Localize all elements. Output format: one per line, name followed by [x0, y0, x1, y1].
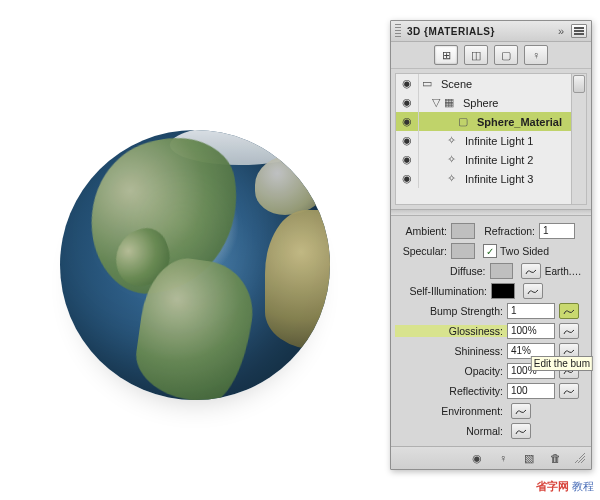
diffuse-label: Diffuse: [395, 265, 490, 277]
panel-grip-icon[interactable] [395, 24, 401, 38]
glossiness-input[interactable]: 100% [507, 323, 555, 339]
scene-tree-row-sphere-material[interactable]: ◉ ▢ Sphere_Material [396, 112, 586, 131]
glossiness-label: Glossiness: [395, 325, 507, 337]
panel-header[interactable]: 3D {MATERIALS} » [391, 21, 591, 42]
material-filter-icon: ▢ [501, 49, 511, 62]
prop-row-specular: Specular: ✓ Two Sided [395, 242, 587, 260]
scene-icon: ▭ [419, 77, 435, 90]
visibility-toggle-icon[interactable]: ◉ [396, 74, 419, 93]
panel-resize-grip-icon[interactable] [575, 453, 585, 463]
scene-tree[interactable]: ◉ ▭ Scene ◉ ▽ ▦ Sphere ◉ ▢ Sphere_Materi… [395, 73, 587, 205]
render-settings-button[interactable]: ◉ [467, 450, 487, 466]
diffuse-texture-button[interactable] [521, 263, 541, 279]
scene-tree-scene-label: Scene [437, 78, 472, 90]
panel-title: 3D {MATERIALS} [407, 26, 555, 37]
visibility-toggle-icon[interactable]: ◉ [396, 93, 419, 112]
scene-filter-icon: ⊞ [442, 49, 451, 62]
visibility-toggle-icon[interactable]: ◉ [396, 150, 419, 169]
scene-tree-scrollbar[interactable] [571, 74, 586, 204]
delete-button[interactable]: 🗑 [545, 450, 565, 466]
disclosure-triangle-icon[interactable]: ▽ [431, 96, 441, 109]
materials-panel: 3D {MATERIALS} » ⊞ ◫ ▢ ♀ ◉ ▭ Scene ◉ ▽ ▦… [390, 20, 592, 470]
bump-strength-label: Bump Strength: [395, 305, 507, 317]
scene-tree-item-label: Infinite Light 1 [461, 135, 534, 147]
filter-mesh-button[interactable]: ◫ [464, 45, 488, 65]
filter-light-button[interactable]: ♀ [524, 45, 548, 65]
reflectivity-input[interactable]: 100 [507, 383, 555, 399]
mesh-filter-icon: ◫ [471, 49, 481, 62]
tooltip: Edit the bum [531, 356, 593, 371]
prop-row-ambient: Ambient: Refraction: 1 [395, 222, 587, 240]
prop-row-glossiness: Glossiness: 100% [395, 322, 587, 340]
scene-tree-row-light-2[interactable]: ◉ ✧ Infinite Light 2 [396, 150, 586, 169]
prop-row-self-illumination: Self-Illumination: [395, 282, 587, 300]
refraction-input[interactable]: 1 [539, 223, 575, 239]
scene-tree-item-label: Infinite Light 3 [461, 173, 534, 185]
light-filter-icon: ♀ [532, 49, 540, 61]
specular-label: Specular: [395, 245, 451, 257]
prop-row-environment: Environment: [395, 402, 587, 420]
scene-tree-item-label: Sphere_Material [473, 116, 562, 128]
normal-label: Normal: [395, 425, 507, 437]
mesh-icon: ▦ [441, 96, 457, 109]
light-icon: ✧ [443, 134, 459, 147]
prop-row-normal: Normal: [395, 422, 587, 440]
new-light-button[interactable]: ▧ [519, 450, 539, 466]
scene-tree-row-light-3[interactable]: ◉ ✧ Infinite Light 3 [396, 169, 586, 188]
filter-material-button[interactable]: ▢ [494, 45, 518, 65]
prop-row-bump-strength: Bump Strength: 1 [395, 302, 587, 320]
opacity-label: Opacity: [395, 365, 507, 377]
environment-label: Environment: [395, 405, 507, 417]
two-sided-label: Two Sided [500, 245, 549, 257]
material-icon: ▢ [455, 115, 471, 128]
scene-tree-row-sphere[interactable]: ◉ ▽ ▦ Sphere [396, 93, 586, 112]
environment-texture-button[interactable] [511, 403, 531, 419]
collapse-chevrons-icon[interactable]: » [555, 25, 567, 37]
self-illumination-color-swatch[interactable] [491, 283, 515, 299]
visibility-toggle-icon[interactable]: ◉ [396, 169, 419, 188]
scene-tree-row-light-1[interactable]: ◉ ✧ Infinite Light 1 [396, 131, 586, 150]
refraction-label: Refraction: [479, 225, 539, 237]
bump-strength-texture-button[interactable] [559, 303, 579, 319]
continent-shape [255, 155, 330, 215]
diffuse-file-label: Earth.psd [541, 266, 587, 277]
diffuse-color-swatch[interactable] [490, 263, 514, 279]
material-properties: Ambient: Refraction: 1 Specular: ✓ Two S… [391, 216, 591, 446]
toggle-lights-button[interactable]: ♀ [493, 450, 513, 466]
glossiness-texture-button[interactable] [559, 323, 579, 339]
panel-divider[interactable] [391, 209, 591, 216]
prop-row-diffuse: Diffuse: Earth.psd [395, 262, 587, 280]
two-sided-checkbox[interactable]: ✓ [483, 244, 497, 258]
filter-scene-button[interactable]: ⊞ [434, 45, 458, 65]
watermark-bottom-right-b: 教程 [572, 480, 594, 492]
filter-mode-row: ⊞ ◫ ▢ ♀ [391, 42, 591, 69]
shininess-label: Shininess: [395, 345, 507, 357]
light-icon: ✧ [443, 172, 459, 185]
normal-texture-button[interactable] [511, 423, 531, 439]
scene-tree-item-label: Infinite Light 2 [461, 154, 534, 166]
scene-tree-scrollbar-thumb[interactable] [573, 75, 585, 93]
prop-row-reflectivity: Reflectivity: 100 [395, 382, 587, 400]
scene-tree-item-label: Sphere [459, 97, 498, 109]
ambient-color-swatch[interactable] [451, 223, 475, 239]
specular-color-swatch[interactable] [451, 243, 475, 259]
light-icon: ✧ [443, 153, 459, 166]
panel-footer: ◉ ♀ ▧ 🗑 [391, 446, 591, 469]
rendered-3d-sphere [60, 130, 330, 400]
self-illumination-texture-button[interactable] [523, 283, 543, 299]
visibility-toggle-icon[interactable]: ◉ [396, 112, 419, 131]
continent-shape [265, 210, 330, 350]
visibility-toggle-icon[interactable]: ◉ [396, 131, 419, 150]
panel-menu-button[interactable] [571, 24, 587, 38]
watermark-bottom-right: 省字网 教程 [536, 479, 594, 494]
document-canvas[interactable] [0, 0, 390, 500]
ambient-label: Ambient: [395, 225, 451, 237]
bump-strength-input[interactable]: 1 [507, 303, 555, 319]
scene-tree-row-scene[interactable]: ◉ ▭ Scene [396, 74, 586, 93]
reflectivity-label: Reflectivity: [395, 385, 507, 397]
watermark-bottom-right-a: 省字网 [536, 480, 569, 492]
self-illumination-label: Self-Illumination: [395, 285, 491, 297]
reflectivity-texture-button[interactable] [559, 383, 579, 399]
